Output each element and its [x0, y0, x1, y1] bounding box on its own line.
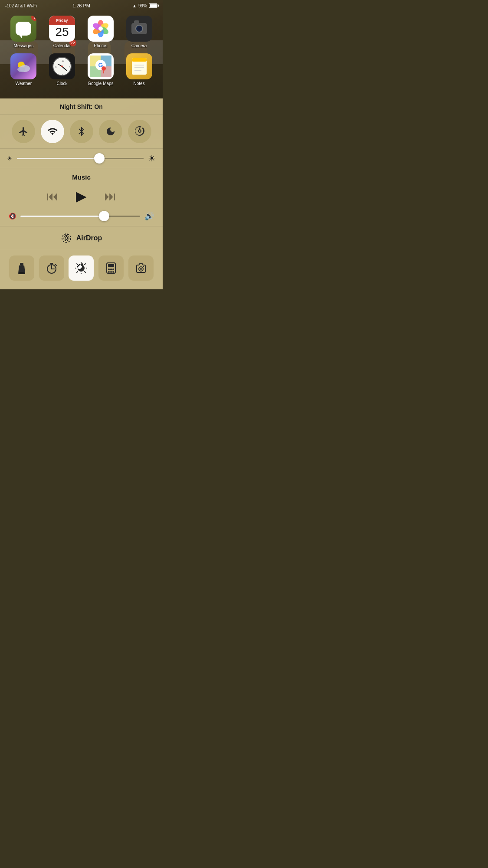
- rewind-button[interactable]: ⏮: [46, 189, 59, 203]
- svg-point-54: [108, 271, 110, 273]
- svg-point-21: [102, 66, 106, 71]
- app-gmaps[interactable]: G Google Maps: [84, 53, 118, 86]
- camera-label: Camera: [131, 43, 147, 48]
- airdrop-icon: [61, 233, 72, 244]
- carrier-label: -102 AT&T Wi-Fi: [5, 3, 37, 8]
- calendar-inner: Friday 25: [49, 16, 75, 42]
- flashlight-icon: [16, 262, 28, 274]
- gmaps-icon: G: [90, 56, 111, 77]
- timer-icon: [46, 262, 58, 274]
- brightness-thumb[interactable]: [94, 153, 105, 164]
- svg-rect-24: [132, 58, 147, 62]
- weather-icon: [13, 56, 34, 77]
- svg-line-48: [77, 264, 78, 265]
- weather-label: Weather: [16, 81, 32, 86]
- app-camera[interactable]: Camera: [122, 16, 156, 48]
- airplane-icon: [18, 126, 29, 137]
- moon-icon: [105, 126, 116, 137]
- app-weather[interactable]: Weather: [7, 53, 40, 86]
- notes-icon: [128, 56, 150, 77]
- camera-shortcut-button[interactable]: [128, 255, 154, 281]
- brightness-low-icon: ☀: [7, 155, 13, 162]
- control-center: Night Shift: On: [0, 98, 163, 289]
- airdrop-label: AirDrop: [76, 234, 102, 242]
- rotation-lock-icon: [134, 126, 145, 137]
- svg-point-58: [140, 268, 142, 270]
- svg-point-32: [62, 234, 71, 242]
- location-icon: ▲: [132, 3, 137, 8]
- calendar-label: Calendar: [53, 43, 71, 48]
- volume-fill: [20, 216, 104, 217]
- camera-lens: [135, 25, 143, 33]
- svg-point-56: [112, 271, 114, 273]
- svg-rect-36: [50, 263, 53, 264]
- volume-low-icon: 🔇: [9, 213, 16, 219]
- brightness-row: ☀ ☀: [0, 149, 163, 168]
- svg-point-52: [110, 269, 112, 270]
- volume-track[interactable]: [20, 216, 140, 217]
- app-clock[interactable]: 12 3 6 9 Clock: [46, 53, 79, 86]
- calculator-button[interactable]: [98, 255, 124, 281]
- calendar-date: 25: [56, 26, 69, 39]
- svg-point-6: [98, 26, 103, 31]
- connectivity-row: [0, 115, 163, 149]
- app-notes[interactable]: Notes: [122, 53, 156, 86]
- svg-rect-29: [139, 128, 140, 129]
- shortcuts-row: [0, 250, 163, 289]
- airdrop-section[interactable]: AirDrop: [0, 226, 163, 250]
- svg-line-42: [85, 264, 85, 265]
- app-calendar[interactable]: Friday 25 Calendar: [46, 16, 79, 48]
- svg-line-37: [55, 264, 56, 265]
- timer-button[interactable]: [39, 255, 64, 281]
- night-shift-label: Night Shift: On: [60, 103, 103, 110]
- clock-face-icon: 12 3 6 9: [52, 57, 72, 76]
- bluetooth-icon: [76, 126, 87, 137]
- calculator-icon: [105, 262, 117, 274]
- play-button[interactable]: ▶: [76, 188, 87, 204]
- nightshift-shortcut-button[interactable]: [69, 255, 94, 281]
- wifi-button[interactable]: [41, 120, 64, 143]
- bluetooth-button[interactable]: [70, 120, 93, 143]
- brightness-high-icon: ☀: [148, 153, 156, 164]
- gmaps-label: Google Maps: [88, 81, 113, 86]
- messages-bubble: [16, 22, 31, 36]
- time-label: 1:26 PM: [72, 3, 90, 8]
- volume-thumb[interactable]: [99, 211, 109, 221]
- svg-point-30: [65, 237, 68, 239]
- fastforward-button[interactable]: ⏭: [104, 189, 116, 203]
- donotdisturb-button[interactable]: [99, 120, 122, 143]
- rotation-lock-button[interactable]: [128, 120, 151, 143]
- airplane-button[interactable]: [12, 120, 35, 143]
- calendar-day: Friday: [49, 16, 75, 25]
- battery-status: ▲ 99%: [132, 3, 157, 8]
- svg-rect-50: [108, 264, 114, 267]
- volume-high-icon: 🔊: [144, 211, 154, 221]
- wifi-icon: [47, 126, 58, 137]
- svg-rect-59: [143, 266, 144, 267]
- svg-text:3: 3: [69, 66, 71, 69]
- status-bar: -102 AT&T Wi-Fi 1:26 PM ▲ 99%: [0, 0, 163, 10]
- svg-rect-33: [20, 263, 23, 265]
- messages-label: Messages: [14, 43, 34, 48]
- battery-icon: [149, 3, 157, 8]
- flashlight-button[interactable]: [9, 255, 34, 281]
- night-shift-bar: Night Shift: On: [0, 98, 163, 115]
- camera-body-icon: [131, 23, 147, 34]
- app-photos[interactable]: Photos: [84, 16, 118, 48]
- svg-point-9: [17, 67, 25, 72]
- music-title: Music: [9, 174, 154, 181]
- messages-badge: 7: [31, 16, 36, 21]
- brightness-track[interactable]: [17, 158, 144, 159]
- photos-pinwheel-icon: [91, 19, 110, 38]
- svg-point-55: [110, 271, 112, 273]
- battery-percent: 99%: [138, 3, 147, 8]
- svg-point-51: [108, 269, 110, 270]
- camera-shortcut-icon: [135, 262, 147, 274]
- notes-label: Notes: [134, 81, 145, 86]
- svg-line-46: [77, 272, 78, 272]
- svg-text:6: 6: [62, 73, 64, 76]
- app-messages[interactable]: 7 Messages: [7, 16, 40, 48]
- volume-row: 🔇 🔊: [9, 211, 154, 221]
- app-grid: 7 Messages Friday 25 Calendar: [0, 11, 163, 90]
- svg-text:12: 12: [62, 59, 64, 62]
